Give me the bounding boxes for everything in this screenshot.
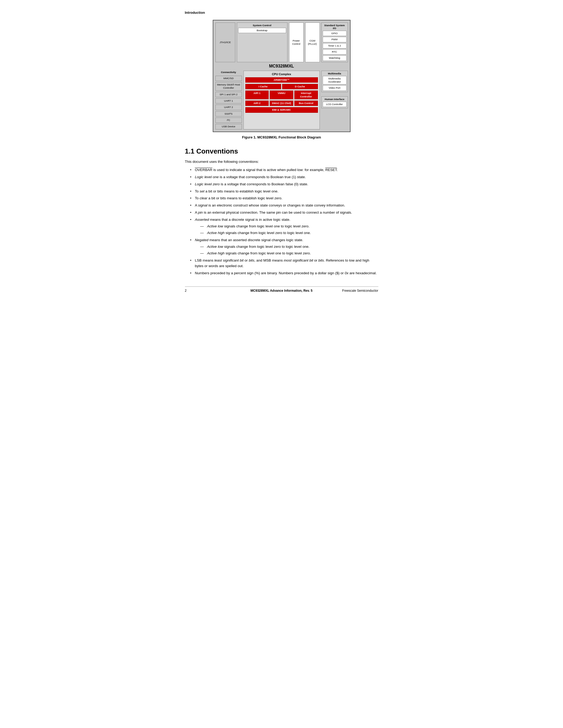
- aipi1-block: AIPI 1: [245, 91, 269, 99]
- logic-zero-italic: Logic level zero: [195, 182, 220, 186]
- connectivity-column: Connectivity MMC/SD Memory Stick® Host C…: [215, 71, 242, 129]
- spi-block: SPI 1 and SPI 2: [215, 92, 242, 97]
- page: Introduction JTAG/ICE System Control Boo…: [169, 0, 394, 308]
- cgm-block: CGM (PLLx2): [305, 23, 320, 62]
- section-1-1: 1.1 Conventions This document uses the f…: [185, 147, 378, 276]
- system-control-label: System Control: [238, 24, 286, 27]
- bits-italic-1: bits: [249, 258, 254, 262]
- lsb-italic: least significant bit: [214, 258, 243, 262]
- list-item-overbar: OVERBAR is used to indicate a signal tha…: [190, 167, 378, 173]
- std-io-section: Standard System I/O GPIO PWM Timer 1 & 2…: [322, 23, 348, 62]
- active-high-2: Active high: [207, 251, 225, 255]
- chip-name: MC9328MXL: [215, 64, 348, 69]
- signal-italic: signal: [198, 203, 207, 207]
- rtc-block: RTC: [323, 49, 347, 55]
- bus-control-block: Bus Control: [295, 101, 318, 106]
- list-item-logic-one: Logic level one is a voltage that corres…: [190, 174, 378, 180]
- hex-italic: 0x: [345, 271, 349, 275]
- interrupt-block: Interrupt Controller: [295, 91, 318, 99]
- human-interface-section: Human Interface LCD Controller: [322, 96, 348, 108]
- negated-sub-list: Active low signals change from logic lev…: [200, 244, 378, 256]
- intro-paragraph: This document uses the following convent…: [185, 159, 378, 165]
- video-port-block: Video Port: [323, 85, 347, 91]
- gpio-block: GPIO: [323, 31, 347, 36]
- eim-block: EIM & SDRAMC: [245, 107, 318, 113]
- ssi-block: SSI/I²S: [215, 111, 242, 116]
- watchdog-block: Watchdog: [323, 55, 347, 61]
- vmmu-block: VMMU: [270, 91, 293, 99]
- clear-italic: clear: [200, 196, 207, 200]
- asserted-sub-list: Active low signals change from logic lev…: [200, 224, 378, 236]
- block-diagram: JTAG/ICE System Control Bootstrap Power …: [213, 20, 351, 132]
- system-control-group: System Control Bootstrap: [237, 23, 288, 62]
- pwm-block: PWM: [323, 37, 347, 42]
- lcd-block: LCD Controller: [323, 102, 347, 107]
- dcache-block: D Cache: [282, 84, 318, 89]
- bootstrap-block: Bootstrap: [238, 28, 286, 33]
- list-item-lsb: LSB means least significant bit or bits,…: [190, 258, 378, 269]
- diagram-body: Connectivity MMC/SD Memory Stick® Host C…: [215, 71, 348, 129]
- section-title: Conventions: [196, 147, 238, 155]
- active-high-negated: Active high signals change from logic le…: [200, 251, 378, 256]
- intro-label: Introduction: [185, 11, 378, 15]
- human-interface-label: Human Interface: [323, 98, 347, 101]
- overbar-text: OVERBAR: [195, 168, 212, 172]
- pin-italic: pin: [198, 210, 203, 214]
- header: Introduction: [185, 11, 378, 15]
- multimedia-section: Multimedia Multimedia Accelerator Video …: [322, 71, 348, 92]
- logic-one-italic: Logic level one: [195, 175, 219, 179]
- right-column: Multimedia Multimedia Accelerator Video …: [322, 71, 348, 129]
- i2c-block: I²C: [215, 118, 242, 123]
- uart1-block: UART 1: [215, 98, 242, 104]
- figure-caption-text: Figure 1. MC9328MXL Functional Block Dia…: [242, 135, 321, 139]
- list-item-signal: A signal is an electronic construct whos…: [190, 203, 378, 208]
- diagram-container: JTAG/ICE System Control Bootstrap Power …: [185, 20, 378, 132]
- connectivity-label: Connectivity: [215, 71, 242, 74]
- set-italic: set: [200, 189, 204, 193]
- list-item-negated: Negated means that an asserted discrete …: [190, 237, 378, 256]
- active-low-asserted: Active low signals change from logic lev…: [200, 224, 378, 229]
- cpu-complex-section: CPU Complex ARM9TDMI™ I Cache D Cache AI…: [243, 71, 320, 129]
- active-low-negated: Active low signals change from logic lev…: [200, 244, 378, 250]
- dmac-block: DMAC (11 Chnl): [270, 101, 293, 106]
- figure-caption: Figure 1. MC9328MXL Functional Block Dia…: [185, 135, 378, 139]
- icache-block: I Cache: [245, 84, 281, 89]
- list-item-logic-zero: Logic level zero is a voltage that corre…: [190, 182, 378, 187]
- doc-title: MC9328MXL Advance Information, Rev. 5: [250, 289, 313, 293]
- section-heading: 1.1 Conventions: [185, 147, 378, 155]
- page-number: 2: [185, 289, 187, 293]
- conventions-list: OVERBAR is used to indicate a signal tha…: [190, 167, 378, 276]
- cpu-complex-label: CPU Complex: [245, 73, 318, 76]
- active-low-1: Active low: [207, 224, 223, 228]
- list-item-asserted: Asserted means that a discrete signal is…: [190, 217, 378, 236]
- list-item-pin: A pin is an external physical connection…: [190, 210, 378, 215]
- std-io-label: Standard System I/O: [323, 24, 347, 30]
- timer-block: Timer 1 & 2: [323, 43, 347, 48]
- mm-accel-block: Multimedia Accelerator: [323, 76, 347, 85]
- usb-block: USB Device: [215, 124, 242, 129]
- aipi2-block: AIPI 2: [245, 101, 269, 106]
- page-footer: 2 MC9328MXL Advance Information, Rev. 5 …: [185, 286, 378, 293]
- multimedia-label: Multimedia: [323, 72, 347, 75]
- jtag-block: JTAG/ICE: [215, 23, 235, 62]
- active-high-asserted: Active high signals change from logic le…: [200, 230, 378, 236]
- list-item-set: To set a bit or bits means to establish …: [190, 189, 378, 194]
- company-name: Freescale Semiconductor: [342, 289, 378, 293]
- list-item-clear: To clear a bit or bits means to establis…: [190, 196, 378, 201]
- arm-block: ARM9TDMI™: [245, 77, 318, 83]
- bits-italic-2: bits: [319, 258, 324, 262]
- diagram-header-row: JTAG/ICE System Control Bootstrap Power …: [215, 23, 348, 62]
- active-high-1: Active high: [207, 231, 225, 235]
- section-number: 1.1: [185, 147, 194, 155]
- memory-stick-block: Memory Stick® Host Controller: [215, 82, 242, 91]
- mmc-block: MMC/SD: [215, 76, 242, 81]
- reset-overbar: RESET: [325, 168, 337, 172]
- list-item-numbers: Numbers preceded by a percent sign (%) a…: [190, 271, 378, 276]
- msb-italic: most significant bit: [284, 258, 313, 262]
- asserted-italic: Asserted: [195, 218, 209, 222]
- negated-italic: Negated: [195, 238, 208, 242]
- uart2-block: UART 2: [215, 105, 242, 110]
- power-control-block: Power Control: [289, 23, 304, 62]
- active-low-2: Active low: [207, 245, 223, 249]
